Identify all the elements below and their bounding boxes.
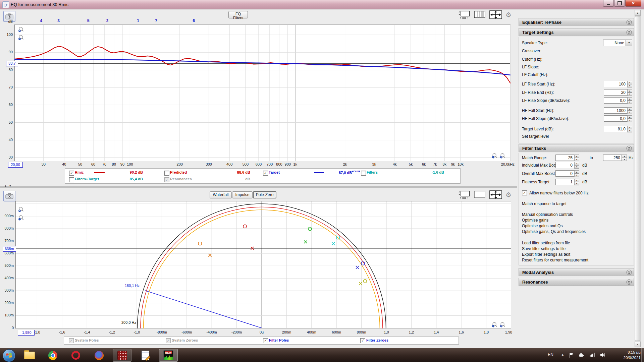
- legend-checkbox-filters+target[interactable]: [69, 177, 74, 182]
- chevron-double-down-icon[interactable]: [626, 19, 632, 25]
- chevron-double-down-icon[interactable]: [626, 279, 632, 285]
- pane-splitter[interactable]: [0, 186, 517, 188]
- legend-label[interactable]: Resonances: [170, 177, 192, 181]
- taskbar-clock[interactable]: 8:15 μμ 20/3/2021: [624, 350, 641, 360]
- spin-match-range-from-field[interactable]: 25: [555, 155, 574, 161]
- legend-checkbox-predicted[interactable]: [164, 171, 169, 176]
- pan-icon[interactable]: [489, 10, 502, 21]
- chevron-double-down-icon[interactable]: [626, 269, 632, 275]
- spin-hf-fall-start-hz-spinner[interactable]: ▲▼: [627, 107, 632, 114]
- graph-settings-gear-icon[interactable]: ⚙: [505, 10, 512, 19]
- window-titlebar[interactable]: EQ for measurement 30 Rmic ✕: [0, 0, 644, 9]
- spin-hf-fall-slope-db-octave-spinner[interactable]: ▲▼: [627, 115, 632, 122]
- zoom-in-icon[interactable]: +: [18, 26, 24, 33]
- pan-icon-bottom[interactable]: [489, 190, 502, 201]
- zoom-out-icon[interactable]: −: [18, 35, 24, 41]
- spin-match-range-to-field[interactable]: 250: [603, 155, 622, 161]
- combo-speaker-type-field[interactable]: None: [603, 40, 626, 46]
- tray-expand-icon[interactable]: ▲: [561, 353, 564, 356]
- spin-target-level-db-spinner[interactable]: ▲▼: [627, 126, 632, 132]
- power-plug-icon[interactable]: [578, 352, 584, 359]
- combo-speaker-type-dropdown[interactable]: ▼: [626, 40, 632, 46]
- section-header-filter-tasks[interactable]: Filter Tasks: [519, 144, 634, 152]
- legend-label[interactable]: Rmic: [75, 170, 84, 174]
- spin-hf-fall-slope-db-octave-field[interactable]: 0,0: [604, 115, 627, 122]
- pole-zero-chart[interactable]: [15, 201, 511, 328]
- eq-filters-button[interactable]: EQ Filters: [228, 11, 248, 18]
- pz-zoom-in-x-icon[interactable]: +: [500, 322, 506, 328]
- pz-legend-checkbox-filter-poles[interactable]: ✓: [263, 338, 268, 343]
- pz-zoom-in-icon[interactable]: +: [18, 206, 24, 213]
- spin-individual-max-boost-field[interactable]: 0: [555, 162, 574, 168]
- pz-legend-label[interactable]: Filter Poles: [269, 338, 289, 342]
- action-match-response-to-target[interactable]: Match response to target: [522, 201, 567, 206]
- legend-label[interactable]: Filters: [367, 170, 378, 174]
- splitter-up-icon[interactable]: ▲: [3, 184, 8, 188]
- eq-chart[interactable]: [14, 24, 511, 161]
- taskbar-notepad-button[interactable]: [136, 349, 155, 362]
- tab-pole-zero[interactable]: Pole-Zero: [253, 191, 276, 198]
- spin-lf-rise-end-hz-field[interactable]: 20: [604, 89, 627, 96]
- legend-checkbox-filters[interactable]: [361, 171, 366, 176]
- legend-label[interactable]: Filters+Target: [75, 177, 99, 181]
- action-manual-optimisation-controls[interactable]: Manual optimisation controls: [522, 212, 573, 217]
- pz-legend-label[interactable]: Filter Zeroes: [366, 338, 388, 342]
- section-header-target-settings[interactable]: Target Settings: [519, 28, 634, 36]
- section-header-equaliser[interactable]: Equaliser: rePhase: [519, 18, 634, 26]
- allow-narrow-filters-checkbox[interactable]: ✓: [522, 190, 527, 195]
- pz-legend-checkbox-filter-zeroes[interactable]: ✓: [360, 338, 365, 343]
- legend-checkbox-resonances[interactable]: ✓: [164, 177, 169, 182]
- close-button[interactable]: ✕: [625, 0, 641, 7]
- scroll-down-icon[interactable]: ▼: [635, 342, 641, 347]
- pz-zoom-out-icon[interactable]: −: [18, 215, 24, 221]
- taskbar-firefox-button[interactable]: [90, 349, 108, 362]
- scrollbar-thumb[interactable]: [635, 16, 640, 341]
- section-header-modal-analysis[interactable]: Modal Analysis: [519, 268, 634, 276]
- pz-legend-checkbox-system-zeroes[interactable]: ✓: [166, 338, 171, 343]
- spin-overall-max-boost-field[interactable]: 0: [555, 170, 574, 177]
- pz-zoom-out-x-icon[interactable]: −: [492, 322, 498, 328]
- axis-limits-icon[interactable]: [457, 10, 471, 21]
- legend-checkbox-rmic[interactable]: ✓: [69, 171, 74, 176]
- section-header-resonances[interactable]: Resonances: [519, 278, 634, 286]
- zoom-in-x-icon[interactable]: +: [500, 153, 506, 159]
- maximize-button[interactable]: [614, 0, 625, 7]
- frequency-grid-icon[interactable]: [474, 10, 486, 21]
- action-optimise-gains[interactable]: Optimise gains: [522, 218, 548, 223]
- taskbar-chrome-button[interactable]: [43, 349, 62, 362]
- action-set-target-level[interactable]: Set target level: [522, 134, 549, 139]
- pz-legend-label[interactable]: System Zeroes: [172, 338, 198, 342]
- spin-overall-max-boost-spinner[interactable]: ▲▼: [574, 170, 579, 177]
- action-export-filter-settings-as-text[interactable]: Export filter settings as text: [522, 252, 570, 257]
- taskbar-rew-button[interactable]: REW: [159, 349, 178, 362]
- spin-lf-rise-slope-db-octave-spinner[interactable]: ▲▼: [627, 97, 632, 104]
- tab-waterfall[interactable]: Waterfall: [210, 191, 232, 198]
- plain-rect-icon-bottom[interactable]: [474, 190, 486, 201]
- spin-lf-rise-start-hz-field[interactable]: 100: [604, 81, 627, 87]
- language-indicator[interactable]: EN: [548, 352, 553, 357]
- spin-lf-rise-slope-db-octave-field[interactable]: 0,0: [604, 97, 627, 104]
- taskbar-explorer-button[interactable]: [20, 349, 39, 362]
- legend-checkbox-target[interactable]: ✓: [263, 171, 268, 176]
- tab-impulse[interactable]: Impulse: [232, 191, 253, 198]
- action-optimise-gains-and-qs[interactable]: Optimise gains and Qs: [522, 224, 562, 228]
- graph-settings-gear-icon-bottom[interactable]: ⚙: [505, 190, 512, 199]
- action-save-filter-settings-to-file[interactable]: Save filter settings to file: [522, 246, 566, 251]
- pz-legend-checkbox-system-poles[interactable]: ✓: [69, 338, 74, 343]
- spin-individual-max-boost-spinner[interactable]: ▲▼: [574, 162, 579, 168]
- show-desktop-button[interactable]: [641, 348, 644, 362]
- scroll-up-icon[interactable]: ▲: [635, 10, 641, 16]
- legend-label[interactable]: Target: [269, 170, 280, 174]
- chevron-double-up-icon[interactable]: [626, 145, 632, 151]
- minimize-button[interactable]: [603, 0, 614, 7]
- legend-label[interactable]: Predicted: [170, 170, 187, 174]
- network-signal-icon[interactable]: [589, 352, 595, 358]
- spin-match-range-from-spinner[interactable]: ▲▼: [574, 155, 579, 161]
- spin-flatness-target-field[interactable]: 1: [555, 179, 574, 185]
- spin-hf-fall-start-hz-field[interactable]: 1000: [604, 107, 627, 114]
- spin-target-level-db-field[interactable]: 81,0: [604, 126, 627, 132]
- action-reset-filters-for-current-measurement[interactable]: Reset filters for current measurement: [522, 258, 588, 262]
- chevron-double-up-icon[interactable]: [626, 29, 632, 35]
- capture-graph-button-bottom[interactable]: [3, 191, 15, 201]
- spin-match-range-to-spinner[interactable]: ▲▼: [622, 155, 627, 161]
